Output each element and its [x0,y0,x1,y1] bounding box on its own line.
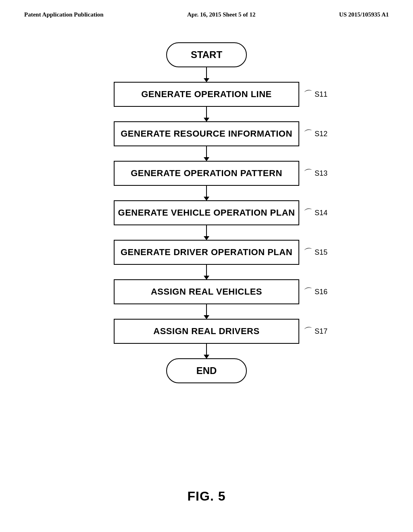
step-s14: GENERATE VEHICLE OPERATION PLAN ⌒ S14 [114,200,299,225]
step-s11-box: GENERATE OPERATION LINE [114,82,299,107]
step-s17-id: ⌒ S17 [304,325,327,337]
arrow-start-s11 [206,67,207,82]
step-s14-id: ⌒ S14 [304,207,327,219]
step-s17-box: ASSIGN REAL DRIVERS [114,319,299,344]
curve-icon: ⌒ [303,87,314,101]
end-box: END [166,358,247,383]
step-s12-id: ⌒ S12 [304,128,327,140]
arrow-s13-s14 [206,186,207,200]
header-patent-number: US 2015/105935 A1 [339,11,389,18]
step-s12: GENERATE RESOURCE INFORMATION ⌒ S12 [114,121,299,146]
end-node: END [166,358,247,383]
step-s11-id: ⌒ S11 [304,88,327,100]
start-node: START [166,42,247,67]
start-box: START [166,42,247,67]
curve-icon: ⌒ [303,324,314,338]
start-label: START [191,49,222,60]
step-s13-label: GENERATE OPERATION PATTERN [131,168,282,179]
arrow-s15-s16 [206,265,207,279]
header-publication: Patent Application Publication [24,11,104,18]
curve-icon: ⌒ [303,285,314,298]
step-s13-box: GENERATE OPERATION PATTERN [114,161,299,186]
curve-icon: ⌒ [303,166,314,180]
step-s14-label: GENERATE VEHICLE OPERATION PLAN [118,208,295,218]
header-date-sheet: Apr. 16, 2015 Sheet 5 of 12 [187,11,255,18]
step-s15-id: ⌒ S15 [304,246,327,258]
arrow-s11-s12 [206,107,207,121]
step-s13-id: ⌒ S13 [304,167,327,179]
step-s15: GENERATE DRIVER OPERATION PLAN ⌒ S15 [114,240,299,265]
step-s16: ASSIGN REAL VEHICLES ⌒ S16 [114,279,299,304]
arrow-s17-end [206,344,207,358]
arrow-s12-s13 [206,146,207,161]
curve-icon: ⌒ [303,206,314,219]
step-s14-box: GENERATE VEHICLE OPERATION PLAN [114,200,299,225]
step-s17-label: ASSIGN REAL DRIVERS [153,326,259,337]
step-s17: ASSIGN REAL DRIVERS ⌒ S17 [114,319,299,344]
step-s15-label: GENERATE DRIVER OPERATION PLAN [121,247,292,258]
curve-icon: ⌒ [303,127,314,140]
step-s11: GENERATE OPERATION LINE ⌒ S11 [114,82,299,107]
step-s12-label: GENERATE RESOURCE INFORMATION [121,129,292,139]
step-s16-id: ⌒ S16 [304,286,327,298]
flowchart-diagram: START GENERATE OPERATION LINE ⌒ S11 GENE… [0,42,413,383]
arrow-s14-s15 [206,225,207,240]
step-s16-box: ASSIGN REAL VEHICLES [114,279,299,304]
end-label: END [196,365,217,376]
page-header: Patent Application Publication Apr. 16, … [0,0,413,18]
step-s12-box: GENERATE RESOURCE INFORMATION [114,121,299,146]
figure-label: FIG. 5 [188,489,226,504]
step-s15-box: GENERATE DRIVER OPERATION PLAN [114,240,299,265]
step-s11-label: GENERATE OPERATION LINE [141,89,272,100]
step-s16-label: ASSIGN REAL VEHICLES [151,287,262,297]
arrow-s16-s17 [206,304,207,319]
step-s13: GENERATE OPERATION PATTERN ⌒ S13 [114,161,299,186]
curve-icon: ⌒ [303,245,314,259]
